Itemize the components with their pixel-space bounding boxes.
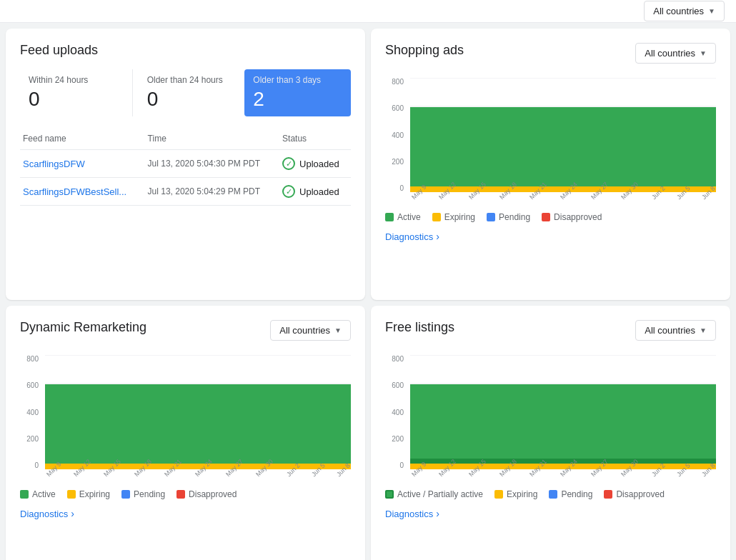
free-legend: Active / Partially active Expiring Pendi… — [385, 489, 716, 499]
dynamic-diagnostics-label: Diagnostics — [20, 509, 68, 519]
feed-table: Feed name Time Status ScarflingsDFW Jul … — [20, 128, 351, 206]
dynamic-country-selector[interactable]: All countries ▼ — [270, 320, 351, 341]
table-row: ScarflingsDFW Jul 13, 2020 5:04:30 PM PD… — [20, 150, 351, 178]
shopping-ads-chart: 800 600 400 200 0 — [385, 78, 716, 206]
dynamic-remarketing-chart: 800 600 400 200 0 May 9 May 1 — [20, 355, 351, 484]
divider-1 — [132, 69, 133, 116]
dynamic-remarketing-header: Dynamic Remarketing All countries ▼ — [20, 320, 351, 346]
free-chart-area — [410, 355, 716, 469]
dynamic-legend-pending-color — [121, 490, 130, 499]
check-icon-2: ✓ — [282, 185, 295, 198]
feed-uploads-title: Feed uploads — [20, 43, 351, 58]
dynamic-country-arrow-icon: ▼ — [334, 326, 342, 334]
feed-row2-time: Jul 13, 2020 5:04:29 PM PDT — [145, 178, 280, 206]
free-x-labels: May 9 May 12 May 15 May 18 May 21 May 24… — [410, 469, 716, 484]
free-legend-pending: Pending — [549, 489, 592, 499]
feed-row2-name[interactable]: ScarflingsDFWBestSell... — [23, 186, 126, 197]
legend-expiring-label: Expiring — [444, 212, 475, 222]
shopping-country-selector[interactable]: All countries ▼ — [635, 43, 716, 64]
shopping-country-label: All countries — [645, 48, 695, 59]
feed-row2-status: ✓ Uploaded — [282, 185, 348, 198]
shopping-country-arrow-icon: ▼ — [700, 49, 707, 57]
feed-stat-24h: Within 24 hours 0 — [20, 69, 126, 116]
free-listings-title: Free listings — [385, 320, 454, 335]
legend-pending-color — [487, 213, 495, 221]
free-legend-active: Active / Partially active — [385, 489, 483, 499]
free-chart-svg — [410, 355, 716, 469]
feed-stat-24h-value: 0 — [29, 88, 118, 111]
free-legend-expiring-color — [494, 490, 503, 499]
shopping-ads-card: Shopping ads All countries ▼ 800 600 400… — [371, 29, 730, 300]
feed-row2-status-text: Uploaded — [299, 186, 339, 197]
dynamic-legend-pending: Pending — [121, 489, 165, 499]
legend-disapproved-color — [542, 213, 550, 221]
shopping-legend: Active Expiring Pending Disapproved — [385, 212, 716, 222]
dynamic-legend-disapproved-label: Disapproved — [189, 489, 237, 499]
free-legend-disapproved-label: Disapproved — [616, 489, 664, 499]
free-country-selector[interactable]: All countries ▼ — [635, 320, 716, 341]
free-y-labels: 800 600 400 200 0 — [385, 355, 407, 469]
legend-disapproved: Disapproved — [542, 212, 602, 222]
free-legend-disapproved-color — [604, 490, 612, 499]
dynamic-diagnostics-chevron-icon: › — [71, 508, 74, 519]
dynamic-remarketing-title: Dynamic Remarketing — [20, 320, 146, 335]
shopping-diagnostics-chevron-icon: › — [436, 231, 439, 242]
check-icon-1: ✓ — [282, 157, 295, 170]
dynamic-legend-active-label: Active — [32, 489, 56, 499]
free-legend-pending-label: Pending — [561, 489, 592, 499]
dynamic-remarketing-card: Dynamic Remarketing All countries ▼ 800 … — [6, 306, 365, 560]
dynamic-x-labels: May 9 May 12 May 15 May 18 May 21 May 24… — [45, 469, 351, 484]
free-legend-disapproved: Disapproved — [604, 489, 664, 499]
svg-rect-5 — [410, 107, 716, 192]
feed-row1-time: Jul 13, 2020 5:04:30 PM PDT — [145, 150, 280, 178]
top-country-label: All countries — [653, 6, 704, 16]
feed-stat-older3d-label: Older than 3 days — [253, 75, 342, 85]
feed-row1-status: ✓ Uploaded — [282, 157, 348, 170]
dynamic-diagnostics-link[interactable]: Diagnostics › — [20, 508, 74, 519]
dynamic-legend-expiring-label: Expiring — [79, 489, 110, 499]
legend-active-label: Active — [397, 212, 421, 222]
legend-expiring: Expiring — [432, 212, 475, 222]
top-country-selector[interactable]: All countries ▼ — [644, 1, 725, 21]
free-legend-expiring: Expiring — [494, 489, 537, 499]
free-diagnostics-chevron-icon: › — [436, 508, 439, 519]
svg-rect-12 — [45, 384, 351, 464]
shopping-diagnostics-link[interactable]: Diagnostics › — [385, 231, 439, 242]
feed-col-time: Time — [145, 128, 280, 150]
legend-expiring-color — [432, 213, 441, 221]
legend-pending: Pending — [487, 212, 530, 222]
free-listings-card: Free listings All countries ▼ 800 600 40… — [371, 306, 730, 560]
dynamic-chart-area — [45, 355, 351, 469]
feed-stat-older24h-value: 0 — [147, 88, 237, 111]
dynamic-y-labels: 800 600 400 200 0 — [20, 355, 41, 469]
shopping-chart-area — [410, 78, 716, 192]
free-diagnostics-label: Diagnostics — [385, 509, 433, 519]
free-listings-header: Free listings All countries ▼ — [385, 320, 716, 346]
feed-row1-name[interactable]: ScarflingsDFW — [23, 159, 85, 169]
feed-col-status: Status — [279, 128, 351, 150]
shopping-chart-svg — [410, 78, 716, 192]
legend-active-color — [385, 213, 394, 221]
dashboard: Feed uploads Within 24 hours 0 Older tha… — [0, 23, 736, 560]
dynamic-legend-expiring: Expiring — [67, 489, 110, 499]
dynamic-legend-active-color — [20, 490, 29, 499]
feed-stat-older3d: Older than 3 days 2 — [244, 69, 351, 116]
free-legend-expiring-label: Expiring — [507, 489, 537, 499]
legend-disapproved-label: Disapproved — [554, 212, 602, 222]
legend-pending-label: Pending — [499, 212, 530, 222]
dynamic-legend-expiring-color — [67, 490, 76, 499]
free-legend-pending-color — [549, 490, 557, 499]
legend-active: Active — [385, 212, 421, 222]
free-listings-chart: 800 600 400 200 0 — [385, 355, 716, 484]
top-country-arrow-icon: ▼ — [708, 7, 715, 15]
feed-stat-older24h-label: Older than 24 hours — [147, 75, 237, 85]
dynamic-chart-svg — [45, 355, 351, 469]
shopping-ads-title: Shopping ads — [385, 43, 464, 58]
free-diagnostics-link[interactable]: Diagnostics › — [385, 508, 439, 519]
shopping-diagnostics-label: Diagnostics — [385, 231, 433, 242]
feed-stats: Within 24 hours 0 Older than 24 hours 0 … — [20, 69, 351, 116]
shopping-ads-header: Shopping ads All countries ▼ — [385, 43, 716, 69]
free-legend-active-label: Active / Partially active — [397, 489, 483, 499]
feed-col-name: Feed name — [20, 128, 145, 150]
free-legend-active-color — [385, 490, 394, 499]
